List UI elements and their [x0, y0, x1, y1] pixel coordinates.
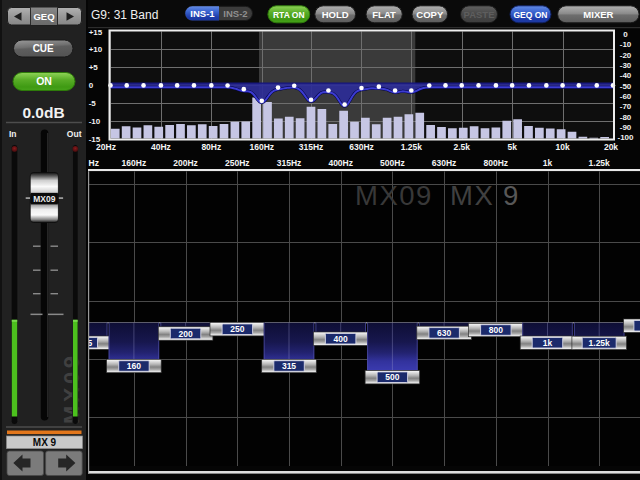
svg-text:COPY: COPY [416, 9, 444, 20]
svg-text:315Hz: 315Hz [277, 158, 302, 168]
svg-text:200Hz: 200Hz [173, 158, 198, 168]
svg-text:-90: -90 [620, 123, 632, 132]
svg-text:2.5k: 2.5k [453, 142, 470, 152]
svg-text:+10: +10 [89, 45, 103, 54]
svg-text:160Hz: 160Hz [122, 158, 147, 168]
svg-text:5k: 5k [507, 142, 517, 152]
svg-text:0.0dB: 0.0dB [22, 104, 64, 121]
svg-text:-20: -20 [620, 51, 632, 60]
svg-text:1.25k: 1.25k [401, 142, 423, 152]
svg-text:160Hz: 160Hz [250, 142, 275, 152]
svg-text:9: 9 [503, 180, 518, 211]
svg-text:250: 250 [230, 324, 244, 334]
svg-text:+5: +5 [89, 63, 99, 72]
svg-text:80Hz: 80Hz [201, 142, 221, 152]
svg-text:Out: Out [67, 129, 82, 139]
svg-text:+15: +15 [89, 28, 103, 37]
svg-text:-80: -80 [620, 113, 632, 122]
svg-text:400: 400 [334, 334, 348, 344]
svg-text:800Hz: 800Hz [484, 158, 509, 168]
svg-text:400Hz: 400Hz [328, 158, 353, 168]
svg-text:1.25k: 1.25k [589, 158, 611, 168]
svg-text:40Hz: 40Hz [151, 142, 171, 152]
svg-text:630Hz: 630Hz [432, 158, 457, 168]
svg-text:FLAT: FLAT [372, 9, 396, 20]
svg-text:1k: 1k [543, 338, 553, 348]
svg-text:-5: -5 [89, 99, 97, 108]
svg-text:250Hz: 250Hz [225, 158, 250, 168]
svg-text:MX 9: MX 9 [33, 437, 57, 448]
svg-text:0: 0 [623, 30, 628, 39]
svg-text:-60: -60 [620, 92, 632, 101]
svg-text:MX09: MX09 [59, 353, 84, 424]
svg-text:160: 160 [127, 361, 141, 371]
svg-text:10k: 10k [556, 142, 570, 152]
svg-text:630: 630 [437, 328, 451, 338]
svg-text:MX09: MX09 [355, 180, 433, 211]
svg-text:20Hz: 20Hz [96, 142, 116, 152]
svg-text:MX09: MX09 [33, 194, 55, 204]
svg-text:HOLD: HOLD [322, 9, 349, 20]
svg-text:MIXER: MIXER [583, 9, 613, 20]
svg-text:-70: -70 [620, 102, 632, 111]
svg-text:Hz: Hz [89, 158, 99, 168]
svg-text:MX: MX [450, 180, 494, 211]
svg-text:-50: -50 [620, 82, 632, 91]
svg-text:-10: -10 [620, 40, 632, 49]
svg-text:RTA ON: RTA ON [273, 10, 305, 20]
svg-text:200: 200 [179, 329, 193, 339]
svg-text:500: 500 [385, 372, 399, 382]
svg-text:-100: -100 [617, 133, 634, 142]
svg-text:-30: -30 [620, 61, 632, 70]
svg-text:INS-1: INS-1 [190, 8, 215, 19]
svg-text:In: In [9, 129, 17, 139]
svg-text:1.25k: 1.25k [589, 338, 611, 348]
svg-text:630Hz: 630Hz [349, 142, 374, 152]
svg-text:G9: 31 Band: G9: 31 Band [91, 8, 158, 22]
svg-text:500Hz: 500Hz [380, 158, 405, 168]
svg-text:0: 0 [89, 81, 94, 90]
svg-text:315Hz: 315Hz [299, 142, 324, 152]
svg-text:ON: ON [36, 75, 52, 87]
svg-text:-10: -10 [89, 117, 101, 126]
svg-text:CUE: CUE [33, 43, 54, 54]
svg-text:GEQ ON: GEQ ON [513, 10, 547, 20]
svg-text:GEQ: GEQ [33, 11, 54, 22]
svg-text:INS-2: INS-2 [223, 8, 247, 19]
svg-text:800: 800 [489, 325, 503, 335]
svg-text:1k: 1k [543, 158, 553, 168]
svg-text:-40: -40 [620, 71, 632, 80]
svg-text:PASTE: PASTE [464, 9, 495, 20]
svg-text:315: 315 [282, 361, 296, 371]
svg-text:20k: 20k [604, 142, 618, 152]
